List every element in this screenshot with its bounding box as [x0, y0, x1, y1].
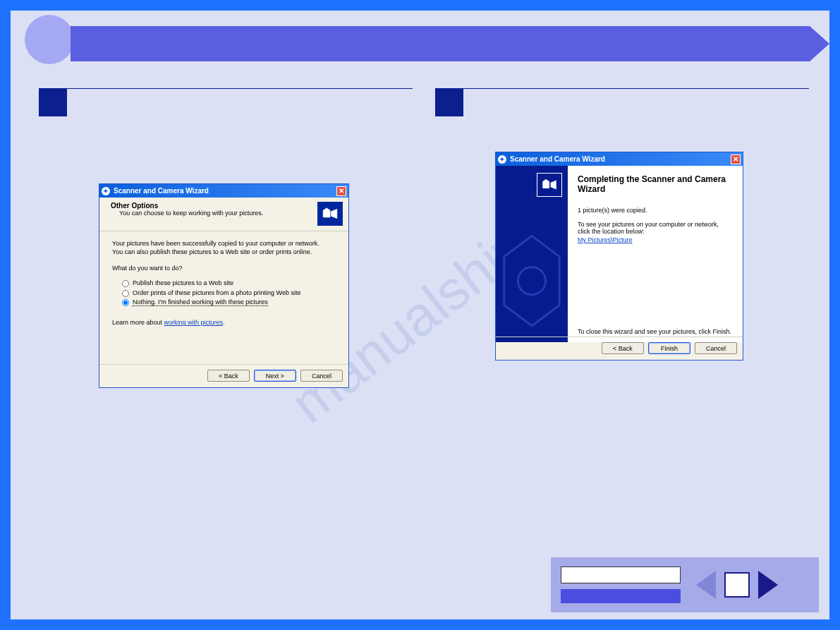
button-separator: [496, 337, 743, 337]
copied-count: 1 picture(s) were copied.: [578, 207, 733, 214]
see-pictures-text: To see your pictures on your computer or…: [578, 221, 733, 235]
nav-stop-button[interactable]: [724, 572, 750, 598]
section-marker-left: [39, 88, 67, 116]
radio-publish[interactable]: Publish these pictures to a Web site: [112, 279, 336, 289]
page-inner: manualshive ✦ Scanner and Camera Wizard …: [11, 11, 829, 619]
wizard-other-options: ✦ Scanner and Camera Wizard ✕ Other Opti…: [99, 183, 349, 388]
wizard-side-panel: [496, 166, 568, 342]
section-marker-right: [435, 88, 463, 116]
titlebar-text: Scanner and Camera Wizard: [510, 155, 605, 163]
header-circle: [25, 15, 74, 64]
question-text: What do you want to do?: [112, 265, 336, 273]
close-instruction: To close this wizard and see your pictur…: [578, 328, 733, 335]
button-separator: [99, 364, 348, 365]
radio-nothing[interactable]: Nothing. I'm finished working with these…: [112, 298, 336, 308]
header-arrow-icon: [810, 26, 829, 61]
titlebar-text: Scanner and Camera Wizard: [114, 187, 209, 195]
radio-nothing-input[interactable]: [122, 299, 129, 306]
next-button[interactable]: Next >: [254, 370, 296, 382]
camera-icon: [317, 202, 343, 226]
wizard-header: Other Options You can choose to keep wor…: [99, 198, 348, 231]
app-icon: ✦: [102, 187, 110, 195]
learn-more: Learn more about working with pictures.: [112, 319, 336, 327]
back-button[interactable]: < Back: [207, 370, 250, 382]
svg-point-1: [518, 267, 545, 295]
cancel-button[interactable]: Cancel: [300, 370, 343, 382]
wizard-body: Your pictures have been successfully cop…: [99, 231, 348, 341]
complete-title: Completing the Scanner and Camera Wizard: [578, 174, 733, 194]
header-bar: [71, 26, 810, 61]
intro-line-2: You can also publish these pictures to a…: [112, 248, 336, 257]
cancel-button[interactable]: Cancel: [695, 342, 737, 354]
wizard-body-split: Completing the Scanner and Camera Wizard…: [496, 166, 743, 342]
radio-publish-input[interactable]: [122, 280, 129, 287]
radio-publish-label: Publish these pictures to a Web site: [133, 279, 233, 288]
section-divider-right: [463, 88, 809, 89]
app-icon: ✦: [498, 155, 506, 164]
wizard-header-subtitle: You can choose to keep working with your…: [111, 210, 341, 217]
radio-order[interactable]: Order prints of these pictures from a ph…: [112, 289, 336, 298]
nav-progress-bar: [561, 589, 681, 603]
nav-next-icon[interactable]: [758, 571, 778, 599]
nav-prev-icon[interactable]: [696, 571, 716, 599]
close-icon[interactable]: ✕: [336, 186, 346, 196]
button-row: < Back Finish Cancel: [602, 342, 737, 354]
nav-panel: [551, 557, 819, 612]
nav-left-block: [561, 567, 681, 603]
radio-order-label: Order prints of these pictures from a ph…: [133, 289, 300, 298]
wizard-complete-body: Completing the Scanner and Camera Wizard…: [568, 166, 743, 342]
radio-nothing-label: Nothing. I'm finished working with these…: [133, 298, 268, 307]
radio-order-input[interactable]: [122, 290, 129, 297]
button-row: < Back Next > Cancel: [207, 370, 343, 382]
titlebar: ✦ Scanner and Camera Wizard ✕: [496, 152, 743, 166]
wizard-completing: ✦ Scanner and Camera Wizard ✕ Completing…: [495, 152, 743, 361]
back-button[interactable]: < Back: [602, 342, 644, 354]
close-icon[interactable]: ✕: [731, 155, 741, 164]
titlebar: ✦ Scanner and Camera Wizard ✕: [99, 184, 348, 198]
camera-icon: [537, 173, 562, 197]
finish-button[interactable]: Finish: [648, 342, 690, 354]
pictures-link[interactable]: My Pictures\Picture: [578, 236, 633, 243]
wizard-header-title: Other Options: [111, 202, 341, 210]
intro-line-1: Your pictures have been successfully cop…: [112, 240, 336, 248]
svg-marker-0: [504, 236, 559, 325]
learn-link[interactable]: working with pictures: [164, 319, 224, 326]
section-divider-left: [67, 88, 413, 89]
side-graphic: [497, 228, 566, 341]
nav-search-input[interactable]: [561, 567, 681, 583]
